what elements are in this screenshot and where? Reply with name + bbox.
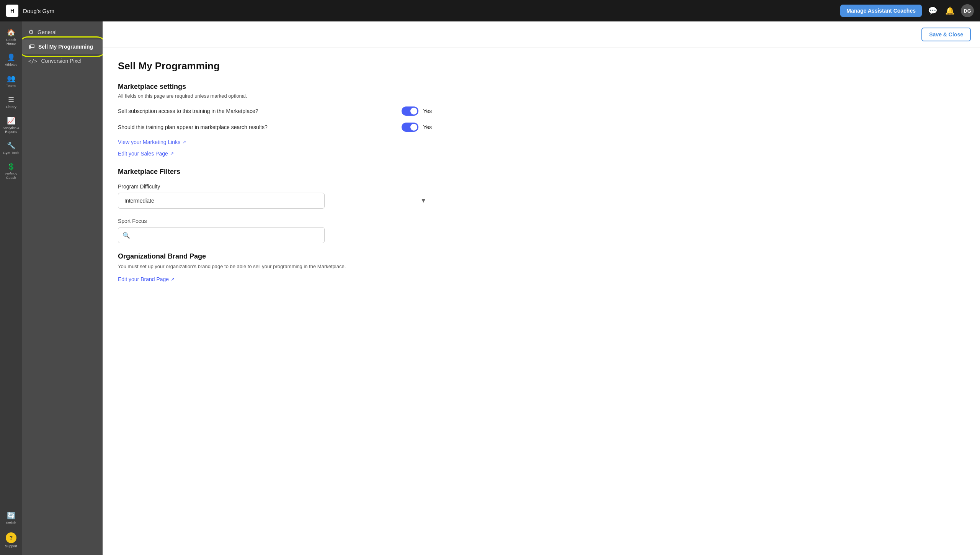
page-title: Sell My Programming xyxy=(118,60,432,72)
support-circle-icon: ? xyxy=(6,532,16,543)
refer-icon: 💲 xyxy=(7,162,15,171)
sidebar-item-teams[interactable]: 👥 Teams xyxy=(0,70,22,92)
sidebar-item-coach-home[interactable]: 🏠 Coach Home xyxy=(0,25,22,49)
sidebar-item-support[interactable]: ? Support xyxy=(0,529,22,552)
sidebar-item-library[interactable]: ☰ Library xyxy=(0,92,22,113)
sidebar-item-label-sell-programming: Sell My Programming xyxy=(38,44,93,50)
marketplace-filters-section: Marketplace Filters Program Difficulty I… xyxy=(118,168,432,243)
search-results-value: Yes xyxy=(423,124,432,130)
sidebar-item-conversion-pixel[interactable]: </> Conversion Pixel xyxy=(22,54,103,68)
marketplace-settings-heading: Marketplace settings xyxy=(118,83,432,91)
edit-brand-page-link[interactable]: Edit your Brand Page ↗ xyxy=(118,276,175,282)
analytics-icon: 📈 xyxy=(7,116,15,125)
main-layout: 🏠 Coach Home 👤 Athletes 👥 Teams ☰ Librar… xyxy=(0,21,980,555)
content-header: Save & Close xyxy=(103,21,980,48)
external-link-icon-brand: ↗ xyxy=(171,277,175,282)
view-marketing-links[interactable]: View your Marketing Links ↗ xyxy=(118,139,186,145)
sidebar-item-label-coach-home: Coach Home xyxy=(2,38,21,46)
athletes-icon: 👤 xyxy=(7,53,15,62)
marketplace-settings-section: Marketplace settings All fields on this … xyxy=(118,83,432,157)
gym-name: Doug's Gym xyxy=(23,8,54,14)
coach-home-icon: 🏠 xyxy=(7,28,15,37)
top-nav: H Doug's Gym Manage Assistant Coaches 💬 … xyxy=(0,0,980,21)
sidebar-item-refer[interactable]: 💲 Refer A Coach xyxy=(0,159,22,183)
second-sidebar: ⚙ General 🏷 Sell My Programming </> Conv… xyxy=(22,21,103,555)
marketing-links-row: View your Marketing Links ↗ xyxy=(118,139,432,146)
content-body: Sell My Programming Marketplace settings… xyxy=(103,48,447,295)
search-results-label: Should this training plan appear in mark… xyxy=(118,124,397,130)
program-difficulty-label: Program Difficulty xyxy=(118,183,432,190)
sidebar-item-general[interactable]: ⚙ General xyxy=(22,25,103,39)
manage-assistant-coaches-button[interactable]: Manage Assistant Coaches xyxy=(840,5,922,17)
sales-page-row: Edit your Sales Page ↗ xyxy=(118,150,432,157)
sidebar-item-label-gym-tools: Gym Tools xyxy=(3,151,19,155)
search-results-toggle-row: Should this training plan appear in mark… xyxy=(118,123,432,132)
sport-focus-label: Sport Focus xyxy=(118,218,432,224)
marketplace-settings-subtext: All fields on this page are required unl… xyxy=(118,93,432,99)
notifications-icon[interactable]: 🔔 xyxy=(944,5,956,17)
sell-subscription-label: Sell subscription access to this trainin… xyxy=(118,108,397,114)
sidebar-item-gym-tools[interactable]: 🔧 Gym Tools xyxy=(0,138,22,159)
search-results-toggle[interactable] xyxy=(402,123,418,132)
select-arrow-icon: ▼ xyxy=(420,197,426,204)
sidebar-item-label-switch: Switch xyxy=(6,521,16,525)
app-logo: H xyxy=(6,5,18,17)
gym-tools-icon: 🔧 xyxy=(7,141,15,150)
sidebar-item-analytics[interactable]: 📈 Analytics & Reports xyxy=(0,113,22,138)
sport-focus-search-icon: 🔍 xyxy=(122,232,130,239)
switch-icon: 🔄 xyxy=(7,511,15,520)
conversion-pixel-icon: </> xyxy=(28,58,37,64)
sidebar-item-label-conversion-pixel: Conversion Pixel xyxy=(41,58,81,64)
user-avatar[interactable]: DG xyxy=(961,4,974,17)
brand-page-heading: Organizational Brand Page xyxy=(118,252,432,260)
sidebar: 🏠 Coach Home 👤 Athletes 👥 Teams ☰ Librar… xyxy=(0,21,22,555)
sidebar-item-label-teams: Teams xyxy=(6,84,16,88)
content-area: Save & Close Sell My Programming Marketp… xyxy=(103,21,980,555)
program-difficulty-wrapper: Intermediate Beginner Advanced Elite ▼ xyxy=(118,193,432,209)
sell-programming-icon: 🏷 xyxy=(28,43,34,50)
sidebar-item-switch[interactable]: 🔄 Switch xyxy=(0,508,22,529)
brand-page-section: Organizational Brand Page You must set u… xyxy=(118,252,432,283)
sidebar-item-label-refer: Refer A Coach xyxy=(2,172,21,180)
sidebar-item-label-athletes: Athletes xyxy=(5,63,18,67)
brand-page-description: You must set up your organization's bran… xyxy=(118,263,432,270)
general-settings-icon: ⚙ xyxy=(28,28,34,36)
top-nav-right: Manage Assistant Coaches 💬 🔔 DG xyxy=(840,4,974,17)
program-difficulty-select[interactable]: Intermediate Beginner Advanced Elite xyxy=(118,193,325,209)
sidebar-item-athletes[interactable]: 👤 Athletes xyxy=(0,49,22,70)
edit-sales-page-link[interactable]: Edit your Sales Page ↗ xyxy=(118,151,174,157)
sport-focus-input-wrapper: 🔍 xyxy=(118,227,325,243)
save-close-button[interactable]: Save & Close xyxy=(921,28,971,41)
sport-focus-input[interactable] xyxy=(118,227,325,243)
sell-subscription-value: Yes xyxy=(423,108,432,114)
messages-icon[interactable]: 💬 xyxy=(926,5,939,17)
sidebar-item-sell-programming[interactable]: 🏷 Sell My Programming xyxy=(22,39,103,54)
external-link-icon-marketing: ↗ xyxy=(182,139,186,145)
sell-subscription-toggle[interactable] xyxy=(402,106,418,116)
marketplace-filters-heading: Marketplace Filters xyxy=(118,168,432,176)
sidebar-item-label-general: General xyxy=(38,29,57,35)
sidebar-item-label-library: Library xyxy=(6,105,16,109)
teams-icon: 👥 xyxy=(7,74,15,83)
external-link-icon-sales: ↗ xyxy=(170,151,174,156)
library-icon: ☰ xyxy=(8,95,14,104)
sell-subscription-toggle-row: Sell subscription access to this trainin… xyxy=(118,106,432,116)
sidebar-item-label-support: Support xyxy=(5,544,17,548)
sidebar-item-label-analytics: Analytics & Reports xyxy=(2,126,21,134)
